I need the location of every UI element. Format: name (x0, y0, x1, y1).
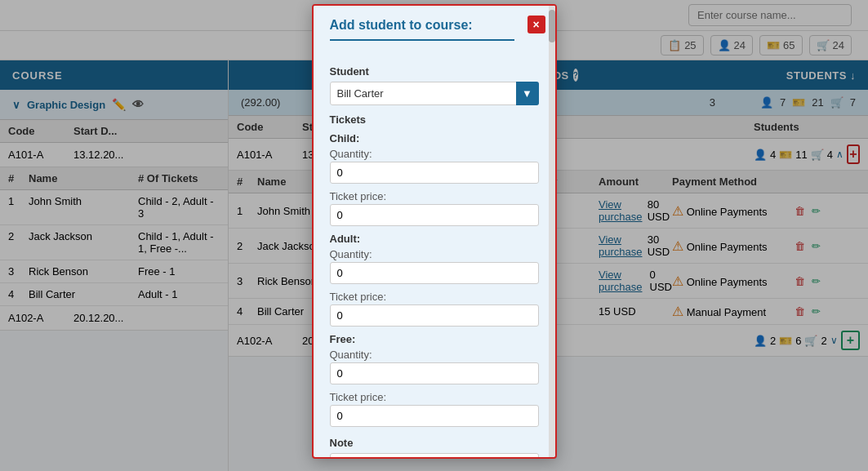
adult-label: Adult: (330, 233, 539, 245)
child-label: Child: (330, 132, 539, 144)
note-section: Note (330, 437, 539, 457)
free-quantity-input[interactable] (330, 362, 539, 384)
note-textarea[interactable] (330, 453, 539, 457)
child-price-group: Ticket price: (330, 190, 539, 226)
modal-body: Student Bill Carter ▼ Tickets Child: Qua… (314, 49, 555, 457)
free-quantity-label: Quantity: (330, 349, 539, 361)
child-quantity-label: Quantity: (330, 148, 539, 160)
modal-title: Add student to course: (330, 18, 514, 41)
tickets-label: Tickets (330, 113, 539, 126)
child-quantity-input[interactable] (330, 162, 539, 184)
child-quantity-group: Quantity: (330, 148, 539, 184)
modal-close-button[interactable]: × (527, 16, 545, 33)
child-price-input[interactable] (330, 204, 539, 226)
adult-price-group: Ticket price: (330, 291, 539, 327)
scrollbar-thumb (549, 10, 555, 42)
free-tickets-section: Free: Quantity: Ticket price: (330, 333, 539, 427)
adult-quantity-label: Quantity: (330, 248, 539, 260)
child-price-label: Ticket price: (330, 190, 539, 202)
student-label: Student (330, 65, 539, 78)
modal-overlay: Add student to course: × Student Bill Ca… (0, 0, 868, 471)
adult-tickets-section: Adult: Quantity: Ticket price: (330, 233, 539, 327)
free-price-group: Ticket price: (330, 391, 539, 427)
free-price-input[interactable] (330, 405, 539, 427)
adult-quantity-input[interactable] (330, 262, 539, 284)
free-label: Free: (330, 333, 539, 345)
adult-price-input[interactable] (330, 304, 539, 327)
free-quantity-group: Quantity: (330, 349, 539, 384)
child-tickets-section: Child: Quantity: Ticket price: (330, 132, 539, 226)
note-label: Note (330, 437, 539, 449)
free-price-label: Ticket price: (330, 391, 539, 403)
student-form-group: Student Bill Carter ▼ (330, 65, 539, 105)
adult-price-label: Ticket price: (330, 291, 539, 303)
adult-quantity-group: Quantity: (330, 248, 539, 284)
student-select[interactable]: Bill Carter (330, 82, 539, 105)
student-select-wrapper: Bill Carter ▼ (330, 82, 539, 105)
modal-dialog: Add student to course: × Student Bill Ca… (312, 4, 557, 459)
modal-scrollbar (549, 6, 555, 457)
